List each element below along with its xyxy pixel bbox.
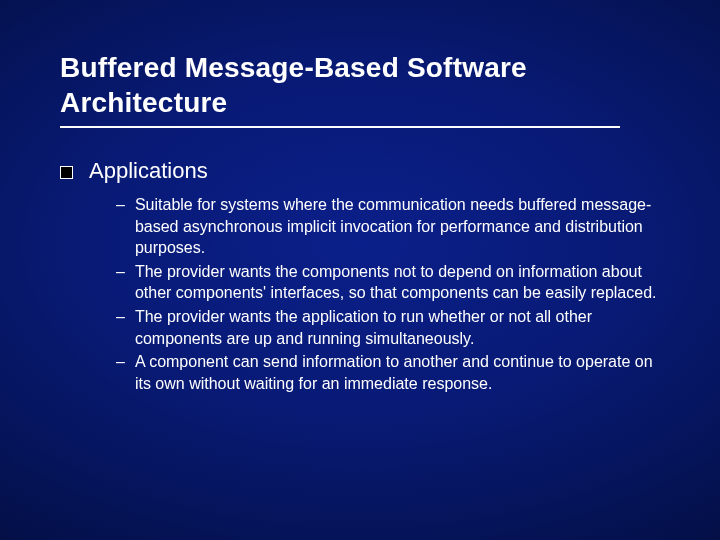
slide-title: Buffered Message-Based Software Architec… [60, 50, 660, 120]
list-item-text: The provider wants the application to ru… [135, 306, 660, 349]
dash-icon: – [116, 306, 125, 328]
list-item-text: A component can send information to anot… [135, 351, 660, 394]
list-item-text: Suitable for systems where the communica… [135, 194, 660, 259]
section-row: Applications [60, 158, 660, 184]
list-item: – A component can send information to an… [116, 351, 660, 394]
title-underline [60, 126, 620, 128]
dash-icon: – [116, 194, 125, 216]
bullet-list: – Suitable for systems where the communi… [116, 194, 660, 394]
list-item-text: The provider wants the components not to… [135, 261, 660, 304]
dash-icon: – [116, 351, 125, 373]
square-bullet-icon [60, 166, 73, 179]
dash-icon: – [116, 261, 125, 283]
list-item: – The provider wants the components not … [116, 261, 660, 304]
list-item: – The provider wants the application to … [116, 306, 660, 349]
section-heading: Applications [89, 158, 208, 184]
slide: Buffered Message-Based Software Architec… [0, 0, 720, 540]
list-item: – Suitable for systems where the communi… [116, 194, 660, 259]
